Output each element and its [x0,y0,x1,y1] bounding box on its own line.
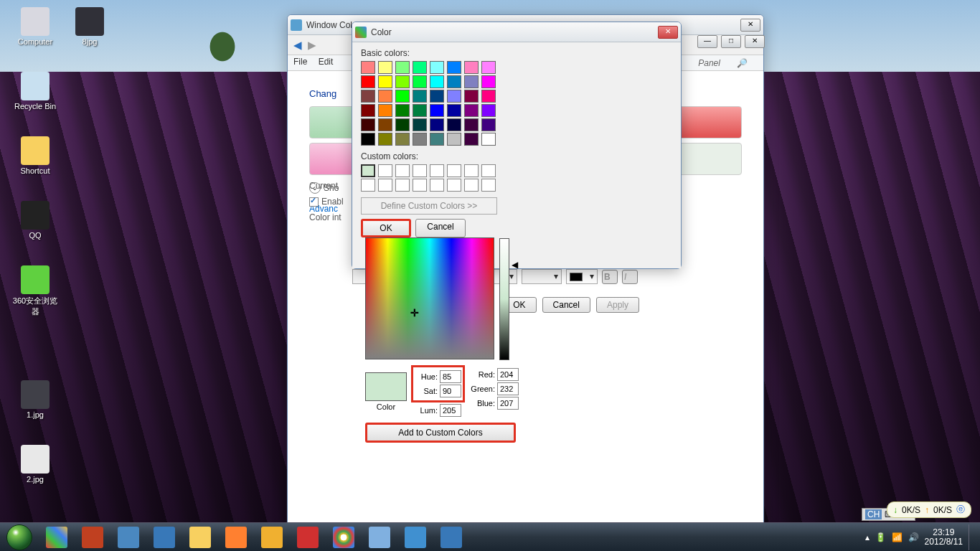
basic-color-cell[interactable] [413,118,427,131]
basic-color-cell[interactable] [481,90,496,103]
red-input[interactable] [497,368,519,381]
basic-color-cell[interactable] [413,75,427,88]
basic-color-cell[interactable] [430,61,444,74]
desktop-icon[interactable]: 8jpg [65,7,115,46]
custom-color-cell[interactable] [464,164,479,177]
desktop-icon[interactable]: Recycle Bin [10,72,60,110]
basic-color-cell[interactable] [378,90,392,103]
basic-color-cell[interactable] [481,104,496,117]
menu-edit[interactable]: Edit [319,57,334,67]
custom-color-cell[interactable] [378,179,392,192]
custom-color-cell[interactable] [378,164,392,177]
minimize-button[interactable]: ― [697,35,717,48]
basic-color-cell[interactable] [361,133,375,146]
luminosity-arrow-icon[interactable]: ◀ [512,260,518,270]
basic-color-cell[interactable] [447,133,461,146]
basic-color-cell[interactable] [464,75,479,88]
basic-color-cell[interactable] [378,61,392,74]
color-swatch[interactable] [677,143,742,175]
hue-input[interactable] [440,370,461,383]
taskbar-item[interactable] [147,524,182,551]
close-button[interactable]: ✕ [740,19,760,32]
color-gradient-picker[interactable]: ✛ ◀ [365,237,494,359]
search-hint[interactable]: Panel [698,58,720,68]
desktop-icon[interactable]: Shortcut [10,136,60,175]
basic-color-cell[interactable] [395,61,410,74]
basic-color-cell[interactable] [378,118,392,131]
ie-icon[interactable]: ⓔ [956,504,965,516]
custom-color-cell[interactable] [447,179,461,192]
basic-color-cell[interactable] [361,61,375,74]
volume-icon[interactable]: 🔊 [908,532,919,542]
basic-color-cell[interactable] [430,133,444,146]
maximize-button[interactable]: □ [721,35,741,48]
battery-icon[interactable]: 🔋 [875,532,886,542]
basic-color-cell[interactable] [464,90,479,103]
basic-color-cell[interactable] [481,61,496,74]
color-titlebar[interactable]: Color ✕ [352,22,681,42]
basic-color-cell[interactable] [481,75,496,88]
basic-color-cell[interactable] [413,133,427,146]
network-icon[interactable]: 📶 [892,532,903,542]
desktop-icon[interactable]: 360安全浏览器 [10,265,60,317]
taskbar-item[interactable] [219,524,253,551]
enable-checkbox[interactable] [309,197,319,207]
custom-color-cell[interactable] [430,179,444,192]
basic-color-cell[interactable] [430,118,444,131]
custom-color-cell[interactable] [361,164,375,177]
search-icon[interactable]: 🔎 [737,58,748,68]
basic-color-cell[interactable] [464,61,479,74]
close-button[interactable]: ✕ [745,35,765,48]
basic-color-cell[interactable] [413,90,427,103]
basic-color-cell[interactable] [395,104,410,117]
basic-color-cell[interactable] [430,90,444,103]
basic-color-cell[interactable] [395,75,410,88]
desktop-icon[interactable]: 1.jpg [10,380,60,419]
custom-color-cell[interactable] [464,179,479,192]
close-button[interactable]: ✕ [658,26,678,39]
luminosity-bar[interactable] [499,238,509,360]
expand-icon[interactable]: ⌄ [309,182,321,194]
custom-color-cell[interactable] [413,164,427,177]
show-desktop-button[interactable] [969,524,974,550]
basic-color-cell[interactable] [464,118,479,131]
basic-color-cell[interactable] [378,133,392,146]
basic-color-cell[interactable] [464,133,479,146]
lang-indicator[interactable]: CH [865,509,882,519]
custom-color-cell[interactable] [481,164,496,177]
add-custom-button[interactable]: Add to Custom Colors [365,423,516,443]
basic-color-cell[interactable] [361,90,375,103]
basic-color-cell[interactable] [447,118,461,131]
basic-color-cell[interactable] [395,133,410,146]
basic-color-cell[interactable] [430,104,444,117]
color-swatch[interactable] [677,106,742,138]
cancel-button[interactable]: Cancel [415,219,466,237]
basic-color-cell[interactable] [447,61,461,74]
lum-input[interactable] [440,404,461,417]
basic-color-cell[interactable] [395,90,410,103]
custom-color-cell[interactable] [395,179,410,192]
clock[interactable]: 23:19 2012/8/11 [925,528,963,547]
custom-color-cell[interactable] [413,179,427,192]
desktop-icon[interactable]: 2.jpg [10,445,60,484]
network-speed-badge[interactable]: ↓0K/S ↑0K/S ⓔ [887,501,971,518]
cancel-button[interactable]: Cancel [542,297,590,313]
custom-color-cell[interactable] [395,164,410,177]
basic-color-cell[interactable] [447,75,461,88]
basic-color-cell[interactable] [378,75,392,88]
custom-color-cell[interactable] [430,164,444,177]
taskbar-item[interactable] [326,524,361,551]
tray-up-icon[interactable]: ▴ [865,532,870,542]
taskbar-item[interactable] [434,524,468,551]
ok-button[interactable]: OK [361,219,411,237]
desktop-icon[interactable]: Computer [10,7,60,46]
taskbar-item[interactable] [75,524,110,551]
basic-color-cell[interactable] [447,104,461,117]
custom-color-cell[interactable] [361,179,375,192]
basic-color-cell[interactable] [361,75,375,88]
taskbar-item[interactable] [255,524,289,551]
basic-color-cell[interactable] [430,75,444,88]
taskbar-item[interactable] [398,524,433,551]
basic-color-cell[interactable] [378,104,392,117]
basic-color-cell[interactable] [361,104,375,117]
